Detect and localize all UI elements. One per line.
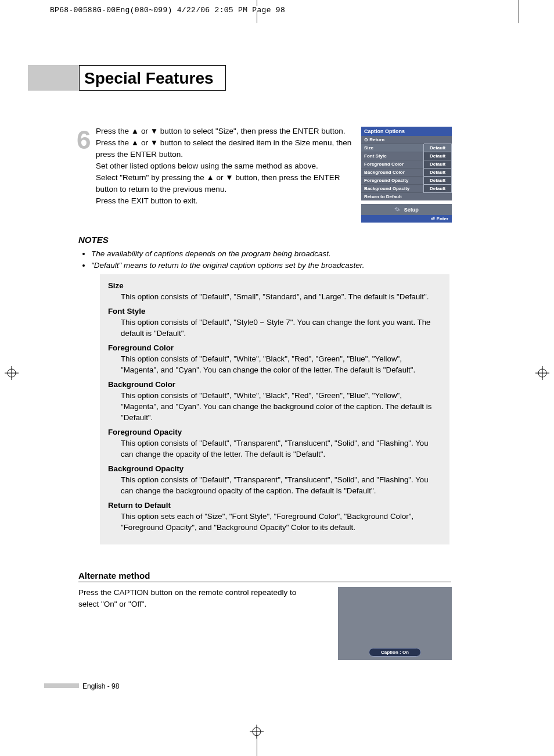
osd-setup-label: Setup: [404, 207, 419, 213]
note-item: "Default" means to return to the origina…: [91, 260, 450, 271]
osd-options-table: SizeDefault Font StyleDefault Foreground…: [361, 144, 452, 200]
tv-preview: Caption : On: [338, 587, 452, 660]
crop-tick: [257, 0, 257, 6]
footer-stub: [44, 683, 79, 688]
title-stub: [28, 65, 79, 91]
osd-label: Font Style: [361, 152, 424, 160]
osd-row: Foreground ColorDefault: [361, 160, 452, 169]
osd-enter-label: Enter: [437, 216, 448, 221]
osd-value: Default: [424, 160, 452, 169]
osd-row: SizeDefault: [361, 144, 452, 152]
osd-menu: Caption Options Return SizeDefault Font …: [361, 127, 452, 223]
option-heading: Background Color: [108, 379, 441, 390]
print-header: BP68-00588G-00Eng(080~099) 4/22/06 2:05 …: [50, 6, 285, 15]
osd-row: Return to Default: [361, 193, 452, 201]
step-instructions: Press the ▲ or ▼ button to select "Size"…: [78, 126, 357, 207]
notes-heading: NOTES: [78, 235, 450, 245]
option-heading: Font Style: [108, 306, 441, 317]
option-description: This option consists of "Default", "Whit…: [121, 390, 441, 423]
option-description: This option consists of "Default", "Whit…: [121, 353, 441, 375]
option-description: This option consists of "Default", "Tran…: [121, 438, 441, 460]
osd-label: Return to Default: [361, 193, 452, 201]
option-description: This option consists of "Default", "Smal…: [121, 291, 441, 302]
instruction-line: Press the EXIT button to exit.: [96, 195, 357, 207]
osd-label: Foreground Opacity: [361, 177, 424, 185]
osd-label: Size: [361, 144, 424, 152]
instruction-line: Select "Return" by pressing the ▲ or ▼ b…: [96, 172, 357, 195]
page-title: Special Features: [79, 65, 226, 91]
osd-value: Default: [424, 177, 452, 185]
osd-label: Background Opacity: [361, 185, 424, 193]
option-heading: Foreground Color: [108, 342, 441, 353]
note-item: The availability of captions depends on …: [91, 248, 450, 260]
registration-mark-icon: [535, 366, 549, 380]
osd-value: Default: [424, 169, 452, 177]
crop-tick: [519, 0, 519, 23]
option-description: This option consists of "Default", "Tran…: [121, 474, 441, 496]
osd-setup-row: Setup: [361, 204, 452, 215]
osd-label: Foreground Color: [361, 160, 424, 169]
option-heading: Size: [108, 280, 441, 291]
caption-status-pill: Caption : On: [369, 648, 421, 657]
options-box: SizeThis option consists of "Default", "…: [100, 274, 449, 544]
option-heading: Return to Default: [108, 500, 441, 511]
osd-value: Default: [424, 185, 452, 193]
osd-row: Background OpacityDefault: [361, 185, 452, 193]
osd-row: Foreground OpacityDefault: [361, 177, 452, 185]
page-footer: English - 98: [82, 682, 119, 690]
osd-return-row: Return: [361, 136, 452, 144]
osd-value: Default: [424, 144, 452, 152]
section-title-bar: Special Features: [28, 65, 226, 91]
osd-value: Default: [424, 152, 452, 160]
osd-title: Caption Options: [361, 127, 452, 136]
option-description: This option consists of "Default", "Styl…: [121, 317, 441, 339]
alternate-method-text: Press the CAPTION button on the remote c…: [78, 587, 311, 610]
alternate-method-heading: Alternate method: [78, 571, 451, 582]
instruction-line: Press the ▲ or ▼ button to select "Size"…: [96, 126, 357, 137]
notes-section: NOTES The availability of captions depen…: [78, 235, 450, 271]
osd-enter-row: ⏎ Enter: [361, 215, 452, 223]
option-description: This option sets each of "Size", "Font S…: [121, 511, 441, 533]
registration-mark-icon: [5, 366, 19, 380]
instruction-line: Set other listed options below using the…: [96, 160, 357, 172]
osd-row: Background ColorDefault: [361, 169, 452, 177]
osd-row: Font StyleDefault: [361, 152, 452, 160]
option-heading: Background Opacity: [108, 463, 441, 474]
registration-mark-icon: [250, 725, 264, 739]
gear-icon: [394, 206, 400, 212]
option-heading: Foreground Opacity: [108, 427, 441, 438]
instruction-line: Press the ▲ or ▼ button to select the de…: [96, 137, 357, 160]
osd-label: Background Color: [361, 169, 424, 177]
